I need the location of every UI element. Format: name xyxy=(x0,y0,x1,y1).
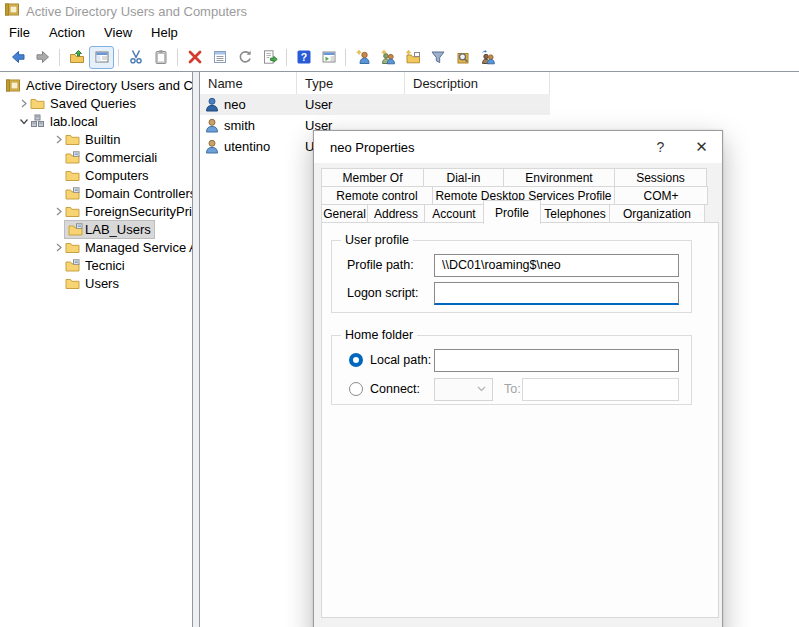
profile-tab-page: User profile Profile path: Logon script:… xyxy=(321,222,719,618)
menu-action[interactable]: Action xyxy=(40,23,95,43)
chevron-right-icon[interactable] xyxy=(52,238,65,256)
menu-view[interactable]: View xyxy=(95,23,142,43)
list-cell-type: User xyxy=(297,97,405,112)
tree-item-label: Domain Controllers xyxy=(85,186,193,201)
tree-item-tecnici[interactable]: Tecnici xyxy=(0,256,192,274)
folder-icon xyxy=(30,96,45,110)
folder-icon xyxy=(65,240,80,254)
delete-icon[interactable] xyxy=(182,46,207,69)
tree-item-root[interactable]: Active Directory Users and Com xyxy=(0,76,192,94)
column-header-name[interactable]: Name xyxy=(200,72,297,94)
list-cell-name: neo xyxy=(224,97,246,112)
toolbar-separator xyxy=(177,49,178,66)
help-icon[interactable]: ? xyxy=(291,46,316,69)
tree-item-label: Commerciali xyxy=(85,150,157,165)
toolbar-separator xyxy=(118,49,119,66)
back-icon[interactable] xyxy=(5,46,30,69)
tree-item-computers[interactable]: Computers xyxy=(0,166,192,184)
local-path-radio[interactable]: Local path: xyxy=(349,353,431,367)
user-profile-group: User profile Profile path: Logon script: xyxy=(331,240,692,313)
tab-telephones[interactable]: Telephones xyxy=(540,204,610,223)
forward-icon[interactable] xyxy=(30,46,55,69)
chevron-right-icon[interactable] xyxy=(52,130,65,148)
find-icon[interactable] xyxy=(450,46,475,69)
tree-item-lab-users[interactable]: LAB_Users xyxy=(0,220,192,238)
tree-item-commerciali[interactable]: Commerciali xyxy=(0,148,192,166)
tab-member-of[interactable]: Member Of xyxy=(321,168,424,187)
group-label: Home folder xyxy=(341,328,417,343)
tree-item-saved-queries[interactable]: Saved Queries xyxy=(0,94,192,112)
tab-account[interactable]: Account xyxy=(424,204,484,223)
chevron-right-icon[interactable] xyxy=(52,202,65,220)
ou-folder-icon xyxy=(65,150,80,164)
properties-icon[interactable] xyxy=(207,46,232,69)
tab-organization[interactable]: Organization xyxy=(609,204,705,223)
tab-general[interactable]: General xyxy=(321,204,368,223)
drive-letter-dropdown[interactable] xyxy=(434,378,493,401)
svg-text:?: ? xyxy=(300,51,306,63)
tab-profile[interactable]: Profile xyxy=(483,200,541,224)
chevron-down-icon[interactable] xyxy=(17,112,30,130)
export-list-icon[interactable] xyxy=(257,46,282,69)
column-header-type[interactable]: Type xyxy=(297,72,405,94)
tab-dial-in[interactable]: Dial-in xyxy=(423,168,504,187)
domain-icon xyxy=(30,114,45,128)
tree-item-label: lab.local xyxy=(50,114,98,129)
logon-script-input[interactable] xyxy=(434,282,679,305)
radio-selected-icon xyxy=(349,353,363,367)
console-window-icon[interactable] xyxy=(316,46,341,69)
menu-help[interactable]: Help xyxy=(142,23,188,43)
tab-remote-control[interactable]: Remote control xyxy=(321,186,433,205)
tree-item-label: Tecnici xyxy=(85,258,125,273)
tab-environment[interactable]: Environment xyxy=(503,168,615,187)
connect-radio[interactable]: Connect: xyxy=(349,382,420,396)
tab-sessions[interactable]: Sessions xyxy=(614,168,707,187)
tree-item-builtin[interactable]: Builtin xyxy=(0,130,192,148)
profile-path-input[interactable] xyxy=(434,254,679,277)
dialog-close-button[interactable]: ✕ xyxy=(681,131,722,163)
menu-bar: File Action View Help xyxy=(0,22,799,43)
tab-address[interactable]: Address xyxy=(367,204,425,223)
tree-item-label: Saved Queries xyxy=(50,96,136,111)
new-user-icon[interactable] xyxy=(350,46,375,69)
home-folder-group: Home folder Local path: Connect: To: xyxy=(331,335,692,405)
toolbar-separator xyxy=(345,49,346,66)
folder-icon xyxy=(65,132,80,146)
cut-icon[interactable] xyxy=(123,46,148,69)
menu-file[interactable]: File xyxy=(0,23,40,43)
connect-to-input[interactable] xyxy=(522,378,679,401)
delegate-control-icon[interactable] xyxy=(475,46,500,69)
paste-icon[interactable] xyxy=(148,46,173,69)
list-row-neo[interactable]: neo User xyxy=(200,94,550,115)
tree-item-label: Managed Service Accounts xyxy=(85,240,193,255)
folder-icon xyxy=(65,168,80,182)
filter-icon[interactable] xyxy=(425,46,450,69)
tree-item-domain-controllers[interactable]: Domain Controllers xyxy=(0,184,192,202)
local-path-input[interactable] xyxy=(434,349,679,372)
show-console-tree-icon[interactable] xyxy=(89,46,114,69)
ou-folder-icon xyxy=(65,186,80,200)
radio-unselected-icon xyxy=(349,382,363,396)
list-cell-name: smith xyxy=(224,118,255,133)
ou-folder-icon xyxy=(65,258,80,272)
property-tabs: Member Of Dial-in Environment Sessions R… xyxy=(321,168,711,223)
console-icon xyxy=(6,78,21,92)
folder-icon xyxy=(65,204,80,218)
tree-item-domain[interactable]: lab.local xyxy=(0,112,192,130)
refresh-icon[interactable] xyxy=(232,46,257,69)
tree-item-managed-service-accounts[interactable]: Managed Service Accounts xyxy=(0,238,192,256)
up-one-level-icon[interactable] xyxy=(64,46,89,69)
column-header-description[interactable]: Description xyxy=(405,72,550,94)
tree-item-foreign-security-principals[interactable]: ForeignSecurityPrincipals xyxy=(0,202,192,220)
dialog-help-button[interactable]: ? xyxy=(640,131,681,163)
window-title: Active Directory Users and Computers xyxy=(26,4,247,19)
tab-com-plus[interactable]: COM+ xyxy=(614,186,708,205)
dialog-title: neo Properties xyxy=(330,140,640,155)
new-group-icon[interactable] xyxy=(375,46,400,69)
logon-script-label: Logon script: xyxy=(347,286,419,300)
window-titlebar: Active Directory Users and Computers xyxy=(0,0,799,22)
chevron-right-icon[interactable] xyxy=(17,94,30,112)
tree-item-users[interactable]: Users xyxy=(0,274,192,292)
new-ou-icon[interactable] xyxy=(400,46,425,69)
mmc-console-icon xyxy=(5,3,26,19)
